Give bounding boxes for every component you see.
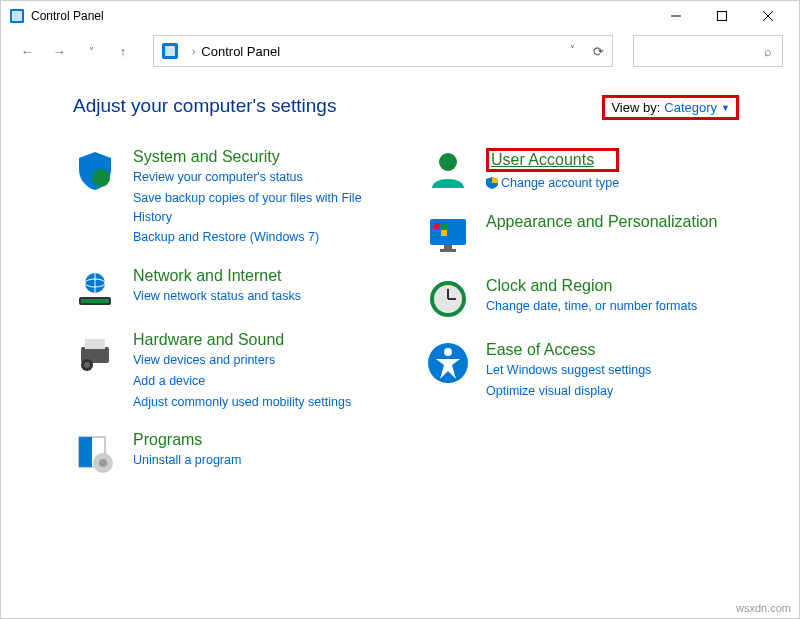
svg-rect-22 bbox=[434, 223, 440, 229]
category-programs: Programs Uninstall a program bbox=[73, 431, 386, 475]
change-account-type-link[interactable]: Change account type bbox=[486, 174, 619, 193]
svg-rect-17 bbox=[79, 437, 92, 467]
file-history-link[interactable]: Save backup copies of your files with Fi… bbox=[133, 189, 386, 227]
programs-title[interactable]: Programs bbox=[133, 431, 241, 449]
devices-printers-link[interactable]: View devices and printers bbox=[133, 351, 351, 370]
svg-rect-23 bbox=[441, 223, 447, 229]
category-user-accounts: User Accounts Change account type bbox=[426, 148, 739, 193]
network-icon bbox=[73, 267, 117, 311]
monitor-icon bbox=[426, 213, 470, 257]
printer-icon bbox=[73, 331, 117, 375]
category-system-security: System and Security Review your computer… bbox=[73, 148, 386, 247]
svg-rect-13 bbox=[85, 339, 105, 349]
page-title: Adjust your computer's settings bbox=[73, 95, 336, 117]
breadcrumb-root[interactable]: Control Panel bbox=[201, 44, 280, 59]
svg-rect-24 bbox=[434, 230, 440, 236]
category-clock: Clock and Region Change date, time, or n… bbox=[426, 277, 739, 321]
clock-icon bbox=[426, 277, 470, 321]
search-input[interactable]: ⌕ bbox=[633, 35, 783, 67]
up-button[interactable]: ↑ bbox=[113, 44, 133, 59]
accessibility-icon bbox=[426, 341, 470, 385]
caret-down-icon: ▼ bbox=[721, 103, 730, 113]
view-by-value: Category bbox=[664, 100, 717, 115]
svg-rect-3 bbox=[718, 12, 727, 21]
network-title[interactable]: Network and Internet bbox=[133, 267, 301, 285]
uninstall-link[interactable]: Uninstall a program bbox=[133, 451, 241, 470]
backup-restore-link[interactable]: Backup and Restore (Windows 7) bbox=[133, 228, 386, 247]
control-panel-icon bbox=[9, 8, 25, 24]
uac-shield-icon bbox=[486, 176, 498, 188]
clock-title[interactable]: Clock and Region bbox=[486, 277, 697, 295]
category-hardware: Hardware and Sound View devices and prin… bbox=[73, 331, 386, 411]
address-icon bbox=[162, 43, 178, 59]
window-controls bbox=[653, 1, 791, 31]
user-icon bbox=[426, 148, 470, 192]
suggest-settings-link[interactable]: Let Windows suggest settings bbox=[486, 361, 651, 380]
svg-point-33 bbox=[444, 348, 452, 356]
category-network: Network and Internet View network status… bbox=[73, 267, 386, 311]
dropdown-icon[interactable]: ˅ bbox=[570, 44, 575, 59]
category-appearance: Appearance and Personalization bbox=[426, 213, 739, 257]
minimize-button[interactable] bbox=[653, 1, 699, 31]
svg-point-19 bbox=[99, 459, 107, 467]
chevron-right-icon: › bbox=[192, 46, 195, 57]
close-button[interactable] bbox=[745, 1, 791, 31]
svg-rect-27 bbox=[440, 249, 456, 252]
svg-rect-25 bbox=[441, 230, 447, 236]
content-area: Adjust your computer's settings View by:… bbox=[1, 71, 799, 475]
svg-point-20 bbox=[439, 153, 457, 171]
category-ease-of-access: Ease of Access Let Windows suggest setti… bbox=[426, 341, 739, 401]
network-status-link[interactable]: View network status and tasks bbox=[133, 287, 301, 306]
svg-point-6 bbox=[92, 169, 110, 187]
programs-icon bbox=[73, 431, 117, 475]
watermark: wsxdn.com bbox=[736, 602, 791, 614]
ease-of-access-title[interactable]: Ease of Access bbox=[486, 341, 651, 359]
shield-icon bbox=[73, 148, 117, 192]
maximize-button[interactable] bbox=[699, 1, 745, 31]
svg-rect-1 bbox=[12, 11, 22, 21]
hardware-title[interactable]: Hardware and Sound bbox=[133, 331, 351, 349]
back-button[interactable]: ← bbox=[17, 44, 37, 59]
mobility-settings-link[interactable]: Adjust commonly used mobility settings bbox=[133, 393, 351, 412]
user-accounts-highlight: User Accounts bbox=[486, 148, 619, 172]
right-column: User Accounts Change account type Appear… bbox=[426, 148, 739, 475]
optimize-display-link[interactable]: Optimize visual display bbox=[486, 382, 651, 401]
refresh-icon[interactable]: ⟳ bbox=[593, 44, 604, 59]
svg-rect-26 bbox=[444, 245, 452, 249]
toolbar: ← → ˅ ↑ › Control Panel ˅ ⟳ ⌕ bbox=[1, 31, 799, 71]
view-by-label: View by: bbox=[611, 100, 660, 115]
svg-point-15 bbox=[84, 362, 90, 368]
view-by-selector[interactable]: View by: Category ▼ bbox=[602, 95, 739, 120]
change-date-format-link[interactable]: Change date, time, or number formats bbox=[486, 297, 697, 316]
titlebar: Control Panel bbox=[1, 1, 799, 31]
user-accounts-title[interactable]: User Accounts bbox=[491, 151, 594, 168]
recent-dropdown[interactable]: ˅ bbox=[81, 46, 101, 57]
window-title: Control Panel bbox=[31, 9, 653, 23]
add-device-link[interactable]: Add a device bbox=[133, 372, 351, 391]
svg-rect-11 bbox=[81, 299, 109, 303]
search-icon: ⌕ bbox=[764, 44, 772, 59]
review-status-link[interactable]: Review your computer's status bbox=[133, 168, 386, 187]
address-bar[interactable]: › Control Panel ˅ ⟳ bbox=[153, 35, 613, 67]
system-security-title[interactable]: System and Security bbox=[133, 148, 386, 166]
left-column: System and Security Review your computer… bbox=[73, 148, 386, 475]
forward-button[interactable]: → bbox=[49, 44, 69, 59]
appearance-title[interactable]: Appearance and Personalization bbox=[486, 213, 717, 231]
